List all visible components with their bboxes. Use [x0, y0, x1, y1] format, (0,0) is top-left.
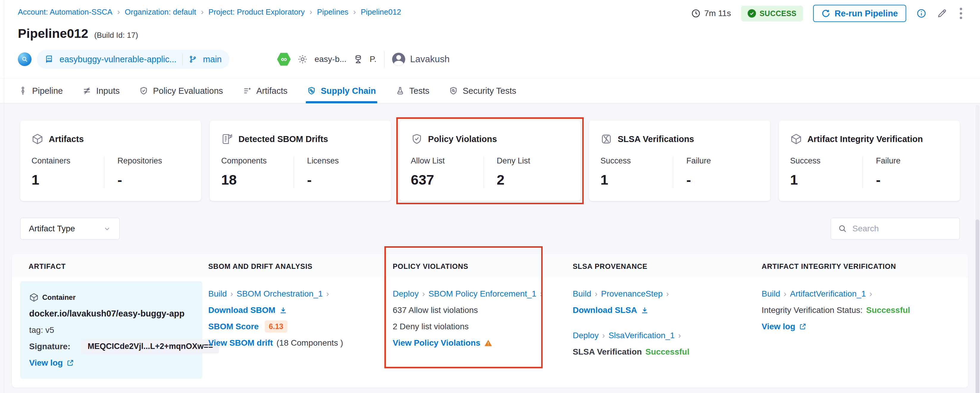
- signature-value[interactable]: MEQCICde2Vjl...L+2+mqnOXw==: [81, 339, 219, 353]
- column-header-slsa-provenance: SLSA Provenance: [573, 262, 762, 271]
- tab-policy-evaluations[interactable]: Policy Evaluations: [139, 78, 223, 103]
- column-header-artifact: Artifact: [20, 262, 208, 271]
- sbom-document-icon: [221, 133, 233, 145]
- sbom-cell: Build SBOM Orchestration_1 Download SBOM…: [208, 281, 393, 379]
- breadcrumb-pipelines[interactable]: Pipelines: [317, 8, 349, 17]
- card-title-text: Artifacts: [49, 134, 84, 144]
- execution-duration: 7m 11s: [691, 9, 731, 18]
- repo-branch-pill[interactable]: easybuggy-vulnerable-applic... main: [37, 50, 229, 69]
- tab-pipeline[interactable]: Pipeline: [18, 78, 63, 103]
- chevron-right-icon: [784, 289, 786, 299]
- integrity-step-link[interactable]: ArtifactVerification_1: [790, 289, 866, 299]
- sbom-score-label[interactable]: SBOM Score: [208, 322, 259, 331]
- artifact-cell: Container docker.io/lavakush07/easy-bugg…: [20, 281, 202, 379]
- more-options-button[interactable]: [958, 6, 964, 20]
- user-avatar: [392, 53, 405, 66]
- pipeline-execution-page: Account: Automation-SSCA Organization: d…: [0, 0, 980, 393]
- artifact-name: docker.io/lavakush07/easy-buggy-app: [29, 309, 185, 319]
- shield-check-icon: [139, 86, 148, 95]
- tab-label: Supply Chain: [321, 86, 376, 96]
- tab-label: Artifacts: [256, 86, 288, 96]
- slsa-step2-link[interactable]: SlsaVerification_1: [608, 331, 675, 340]
- download-sbom-link[interactable]: Download SBOM: [208, 305, 275, 315]
- edit-pipeline-button[interactable]: [937, 8, 947, 19]
- artifact-tag: tag: v5: [29, 326, 54, 335]
- sbom-step-link[interactable]: SBOM Orchestration_1: [237, 289, 323, 299]
- download-slsa-link[interactable]: Download SLSA: [573, 305, 637, 315]
- chevron-down-icon: [103, 225, 111, 233]
- view-log-link[interactable]: View log: [762, 322, 795, 331]
- shield-search-icon: [449, 86, 458, 95]
- signature-label: Signature:: [29, 342, 70, 351]
- slsa-stage2-link[interactable]: Deploy: [573, 331, 598, 340]
- sbom-stage-link[interactable]: Build: [208, 289, 227, 299]
- artifact-integrity-cell: Build ArtifactVerification_1 Integrity V…: [762, 281, 960, 379]
- allow-list-violations: 637 Allow list violations: [393, 305, 478, 315]
- tab-supply-chain[interactable]: Supply Chain: [307, 78, 376, 103]
- download-icon: [641, 306, 649, 315]
- policy-step-link[interactable]: SBOM Policy Enforcement_1: [428, 289, 536, 299]
- tab-inputs[interactable]: Inputs: [83, 78, 119, 103]
- chevron-right-icon: [595, 289, 597, 299]
- warning-triangle-icon: [484, 339, 492, 347]
- artifact-type: Container: [42, 293, 76, 302]
- tab-tests[interactable]: Tests: [396, 78, 430, 103]
- slsa-stage1-link[interactable]: Build: [573, 289, 591, 299]
- gear-icon: [297, 54, 308, 65]
- meta-row: easybuggy-vulnerable-applic... main ∞ ea…: [18, 50, 964, 69]
- stat-components: Components 18: [221, 156, 294, 188]
- chevron-right-icon: [422, 289, 425, 299]
- breadcrumb-account[interactable]: Account: Automation-SSCA: [18, 8, 113, 17]
- drift-component-count: (18 Components ): [277, 338, 343, 348]
- cube-icon: [32, 133, 43, 145]
- view-policy-violations-link[interactable]: View Policy Violations: [393, 338, 480, 348]
- breadcrumb-pipeline012[interactable]: Pipeline012: [361, 8, 401, 17]
- info-icon: [916, 8, 926, 18]
- search-box: [830, 218, 960, 240]
- table-header-row: Artifact SBOM and Drift Analysis Policy …: [12, 254, 968, 278]
- slsa-verification-status: Successful: [645, 347, 689, 357]
- tab-security-tests[interactable]: Security Tests: [449, 78, 516, 103]
- info-button[interactable]: [916, 8, 926, 18]
- table-row: Container docker.io/lavakush07/easy-bugg…: [20, 281, 960, 379]
- stat-deny-list: Deny List 2: [484, 156, 570, 188]
- column-header-policy-violations: Policy Violations: [393, 262, 573, 271]
- chevron-right-icon: [678, 331, 681, 340]
- user-name: Lavakush: [410, 54, 450, 65]
- breadcrumb-project[interactable]: Project: Product Exploratory: [208, 8, 305, 17]
- tab-label: Policy Evaluations: [153, 86, 223, 96]
- chevron-right-icon: [540, 289, 542, 299]
- policy-stage-link[interactable]: Deploy: [393, 289, 418, 299]
- card-artifacts: Artifacts Containers 1 Repositories -: [20, 121, 201, 201]
- slsa-verification-label: SLSA Verification: [573, 347, 642, 357]
- integrity-stage-link[interactable]: Build: [762, 289, 780, 299]
- tab-artifacts[interactable]: Artifacts: [243, 78, 288, 103]
- pencil-icon: [937, 8, 947, 19]
- search-input[interactable]: [853, 224, 952, 233]
- column-header-sbom: SBOM and Drift Analysis: [208, 262, 393, 271]
- card-sbom-drifts: Detected SBOM Drifts Components 18 Licen…: [210, 121, 391, 201]
- scrollbar-thumb[interactable]: [975, 219, 979, 393]
- view-sbom-drift-link[interactable]: View SBOM drift: [208, 338, 273, 348]
- trigger-type-icon: [353, 54, 363, 64]
- clock-icon: [691, 9, 701, 18]
- chevron-right-icon: [353, 7, 356, 17]
- duration-text: 7m 11s: [704, 9, 731, 18]
- tab-bar: Pipeline Inputs Policy Evaluations Artif…: [0, 78, 980, 103]
- slsa-step1-link[interactable]: ProvenanceStep: [601, 289, 663, 299]
- stat-slsa-success: Success 1: [600, 156, 673, 188]
- refresh-icon: [821, 9, 830, 18]
- tab-label: Security Tests: [463, 86, 516, 96]
- trigger-name[interactable]: easy-b...: [315, 54, 346, 64]
- artifact-type-select[interactable]: Artifact Type: [20, 218, 119, 240]
- breadcrumb-organization[interactable]: Organization: default: [125, 8, 196, 17]
- status-badge: SUCCESS: [741, 6, 803, 21]
- inputs-icon: [83, 86, 91, 95]
- rerun-pipeline-button[interactable]: Re-run Pipeline: [813, 5, 906, 22]
- view-log-link[interactable]: View log: [29, 358, 63, 368]
- chevron-right-icon: [326, 289, 329, 299]
- check-circle-icon: [748, 9, 756, 18]
- card-title-text: Policy Violations: [428, 134, 497, 144]
- supply-chain-content: Artifacts Containers 1 Repositories -: [0, 103, 980, 393]
- card-title-text: Artifact Integrity Verification: [807, 134, 923, 144]
